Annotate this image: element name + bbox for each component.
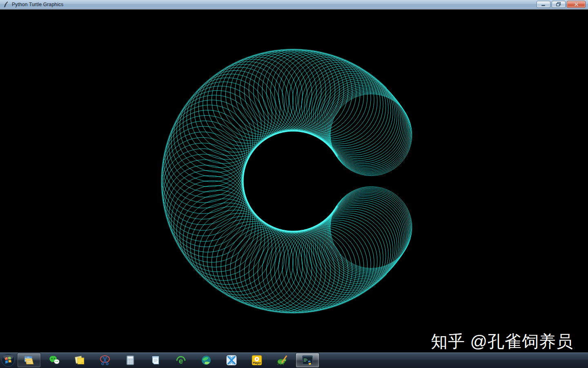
- start-button[interactable]: [0, 352, 16, 368]
- taskbar-app-snipping-tool[interactable]: [93, 353, 117, 368]
- desktop-screen: Python Turtle Graphics 知乎 @孔雀饲养员: [0, 0, 588, 368]
- taskbar: ePlayer CH 下午 8:30 2018/9/22 星期六: [0, 352, 588, 368]
- spirograph-drawing: [0, 9, 588, 353]
- taskbar-app-calculator[interactable]: [118, 353, 142, 368]
- taskbar-app-globe-browser[interactable]: [194, 353, 218, 368]
- close-button[interactable]: [567, 1, 586, 8]
- tk-feather-icon: [3, 1, 9, 8]
- taskbar-apps: ePlayer: [16, 352, 320, 368]
- taskbar-app-notepad[interactable]: [144, 353, 167, 368]
- restore-button[interactable]: [552, 1, 566, 8]
- taskbar-app-windows-explorer[interactable]: [17, 353, 41, 368]
- svg-text:e: e: [179, 357, 183, 365]
- window-titlebar: Python Turtle Graphics: [0, 0, 588, 9]
- taskbar-app-wechat[interactable]: [42, 353, 66, 368]
- taskbar-app-thunder-xunlei[interactable]: [220, 353, 243, 368]
- watermark: 知乎 @孔雀饲养员: [431, 330, 573, 353]
- turtle-canvas: [0, 9, 588, 352]
- taskbar-app-media-player[interactable]: Player: [245, 353, 269, 368]
- taskbar-app-turtle-editor[interactable]: [270, 353, 294, 368]
- taskbar-app-green-e-browser[interactable]: e: [169, 353, 193, 368]
- minimize-button[interactable]: [537, 1, 550, 8]
- window-title: Python Turtle Graphics: [12, 2, 63, 7]
- taskbar-app-sticky-notes[interactable]: [68, 353, 91, 368]
- taskbar-app-python-console[interactable]: [296, 353, 319, 368]
- svg-text:Player: Player: [253, 361, 261, 365]
